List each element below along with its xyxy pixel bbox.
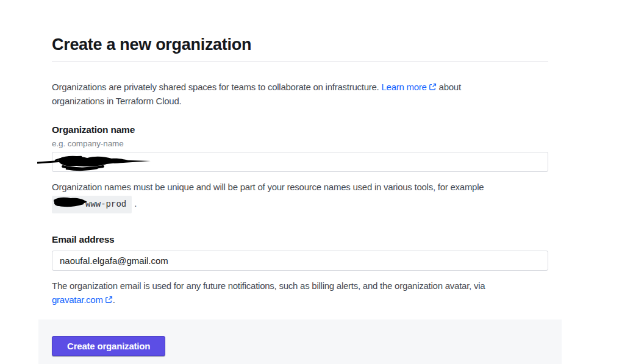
learn-more-link[interactable]: Learn more <box>381 82 436 92</box>
gravatar-link[interactable]: gravatar.com <box>52 294 113 305</box>
learn-more-label: Learn more <box>381 82 426 92</box>
org-name-hint: e.g. company-name <box>52 139 548 148</box>
intro-text-line2: organizations in Terraform Cloud. <box>52 96 181 106</box>
external-link-icon <box>105 296 113 304</box>
email-input[interactable] <box>52 251 548 271</box>
email-help-text: The organization email is used for any f… <box>52 280 485 291</box>
create-organization-page: Create a new organization Organizations … <box>0 0 633 364</box>
email-field: Email address The organization email is … <box>52 234 548 307</box>
create-organization-button[interactable]: Create organization <box>52 336 165 356</box>
external-link-icon <box>429 83 437 91</box>
intro-text-after: about <box>437 82 461 92</box>
org-name-help-suffix: . <box>132 198 137 209</box>
form-content: Create a new organization Organizations … <box>52 0 548 307</box>
org-name-input-wrap <box>52 152 548 172</box>
form-footer: Create organization <box>38 319 562 364</box>
email-help-suffix: . <box>113 294 115 305</box>
org-name-help: Organization names must be unique and wi… <box>52 180 548 213</box>
email-input-wrap <box>52 251 548 271</box>
page-title: Create a new organization <box>52 0 548 54</box>
example-code-line: www-prod . <box>52 196 137 213</box>
intro-text-before: Organizations are privately shared space… <box>52 82 381 92</box>
email-label: Email address <box>52 234 548 245</box>
org-name-field: Organization name e.g. company-name Orga… <box>52 124 548 213</box>
example-code-text: www-prod <box>85 199 126 209</box>
email-help: The organization email is used for any f… <box>52 279 548 307</box>
org-name-label: Organization name <box>52 124 548 135</box>
intro-paragraph: Organizations are privately shared space… <box>52 80 548 108</box>
org-name-help-text: Organization names must be unique and wi… <box>52 182 484 192</box>
example-code-chip: www-prod <box>52 196 132 213</box>
gravatar-link-label: gravatar.com <box>52 294 103 305</box>
org-name-input[interactable] <box>52 152 548 172</box>
title-divider <box>52 61 548 62</box>
redaction-scribble-small <box>52 196 88 209</box>
